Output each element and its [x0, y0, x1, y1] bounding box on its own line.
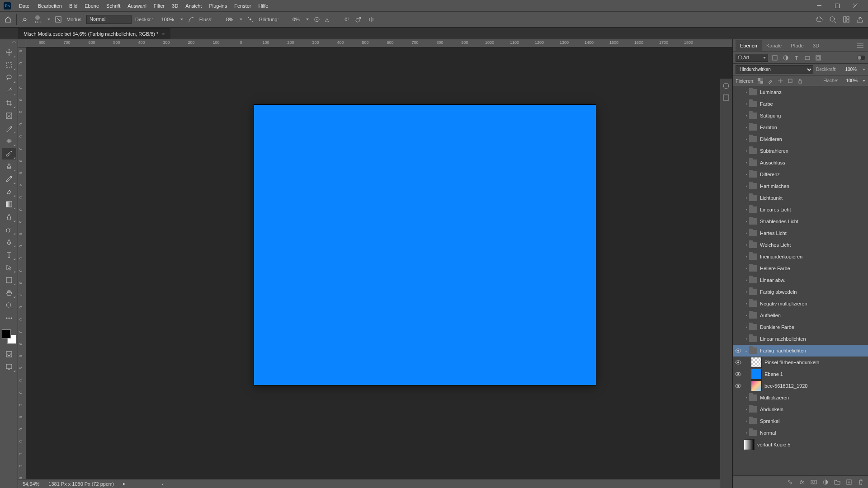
menu-schrift[interactable]: Schrift: [103, 2, 124, 10]
more-tools[interactable]: [2, 312, 16, 324]
layer-group[interactable]: ›Farbton: [733, 122, 868, 133]
ruler-vertical[interactable]: 0010020030040050060070080090010001100: [18, 47, 26, 479]
artboard[interactable]: [254, 105, 596, 385]
panel-tab-3d[interactable]: 3D: [808, 40, 824, 51]
menu-bearbeiten[interactable]: Bearbeiten: [34, 2, 66, 10]
pen-tool[interactable]: [2, 236, 16, 248]
chevron-right-icon[interactable]: ›: [744, 431, 749, 435]
chevron-right-icon[interactable]: ›: [744, 207, 749, 212]
layer-group[interactable]: ›Multiplizieren: [733, 392, 868, 404]
layer-group[interactable]: ›Dividieren: [733, 133, 868, 145]
canvas-area[interactable]: 9008007006005004003002001000100200300400…: [18, 39, 732, 488]
chevron-right-icon[interactable]: ›: [744, 254, 749, 259]
shape-tool[interactable]: [2, 274, 16, 286]
menu-datei[interactable]: Datei: [15, 2, 34, 10]
airbrush-icon[interactable]: [246, 15, 255, 24]
brush-tool[interactable]: [2, 148, 16, 160]
ruler-origin[interactable]: [18, 39, 26, 47]
layer-name[interactable]: Pinsel färben+abdunkeln: [764, 360, 819, 365]
layer-group[interactable]: ›Subtrahieren: [733, 145, 868, 157]
layer-item[interactable]: bee-5618012_1920: [733, 380, 868, 392]
chevron-right-icon[interactable]: ›: [744, 125, 749, 130]
move-tool[interactable]: [2, 47, 16, 58]
layer-name[interactable]: bee-5618012_1920: [764, 383, 807, 389]
flow-input[interactable]: [216, 17, 234, 22]
layer-name[interactable]: Sprenkel: [760, 418, 779, 424]
lock-position-icon[interactable]: [776, 77, 784, 85]
menu-fenster[interactable]: Fenster: [231, 2, 255, 10]
smoothing-options-icon[interactable]: [312, 15, 321, 24]
lock-transparency-icon[interactable]: [756, 77, 764, 85]
dock-color-icon[interactable]: [722, 81, 731, 90]
layer-name[interactable]: Sättigung: [760, 113, 781, 118]
close-button[interactable]: [846, 0, 864, 11]
ruler-horizontal[interactable]: 9008007006005004003002001000100200300400…: [26, 39, 732, 47]
layer-list[interactable]: ›Luminanz›Farbe›Sättigung›Farbton›Dividi…: [733, 86, 868, 475]
chevron-right-icon[interactable]: ›: [744, 266, 749, 271]
eyedropper-tool[interactable]: [2, 122, 16, 134]
layer-group[interactable]: ›Ausschluss: [733, 157, 868, 169]
layer-group[interactable]: ›Strahlendes Licht: [733, 216, 868, 227]
layer-thumbnail[interactable]: [744, 439, 755, 450]
visibility-toggle[interactable]: [733, 360, 744, 365]
status-chevron-icon[interactable]: ▸: [123, 481, 126, 487]
chevron-right-icon[interactable]: ›: [744, 231, 749, 235]
zoom-level[interactable]: 54,64%: [23, 481, 39, 487]
menu-3d[interactable]: 3D: [168, 2, 182, 10]
smoothing-input[interactable]: [283, 17, 301, 22]
layer-name[interactable]: Luminanz: [760, 89, 782, 95]
layer-name[interactable]: verlauf Kopie 5: [757, 442, 790, 447]
blur-tool[interactable]: [2, 211, 16, 223]
visibility-toggle[interactable]: [733, 348, 744, 353]
layer-thumbnail[interactable]: [751, 380, 762, 391]
panel-tab-ebenen[interactable]: Ebenen: [736, 40, 762, 51]
layer-group[interactable]: ›Differenz: [733, 169, 868, 180]
layer-name[interactable]: Farbton: [760, 125, 777, 130]
wand-tool[interactable]: [2, 84, 16, 96]
layer-name[interactable]: Ausschluss: [760, 160, 785, 165]
pressure-opacity-icon[interactable]: [187, 15, 196, 24]
filter-type-icon[interactable]: T: [793, 54, 801, 62]
layer-name[interactable]: Dunklere Farbe: [760, 324, 794, 330]
lock-all-icon[interactable]: [796, 77, 804, 85]
path-select-tool[interactable]: [2, 262, 16, 273]
chevron-right-icon[interactable]: ›: [744, 290, 749, 294]
layer-group[interactable]: ›Linear abw.: [733, 274, 868, 286]
blend-mode-select[interactable]: Normal: [86, 15, 132, 24]
fill-input[interactable]: [840, 78, 859, 84]
layer-name[interactable]: Strahlendes Licht: [760, 219, 798, 224]
layer-name[interactable]: Dividieren: [760, 136, 782, 142]
minimize-button[interactable]: [810, 0, 828, 11]
healing-tool[interactable]: [2, 135, 16, 147]
layer-group[interactable]: ›Hellere Farbe: [733, 263, 868, 274]
layer-name[interactable]: Lichtpunkt: [760, 195, 783, 201]
chevron-right-icon[interactable]: ›: [744, 219, 749, 224]
doc-info[interactable]: 1381 Px x 1080 Px (72 ppcm): [48, 481, 114, 487]
filter-pixel-icon[interactable]: [771, 54, 779, 62]
panel-tab-pfade[interactable]: Pfade: [786, 40, 808, 51]
dock-properties-icon[interactable]: [722, 93, 731, 102]
menu-auswahl[interactable]: Auswahl: [124, 2, 150, 10]
layer-group[interactable]: ›Sprenkel: [733, 415, 868, 427]
layer-group[interactable]: ›Dunklere Farbe: [733, 321, 868, 333]
new-layer-icon[interactable]: [844, 478, 854, 487]
layer-name[interactable]: Farbig nachbelichten: [760, 348, 806, 353]
menu-ebene[interactable]: Ebene: [81, 2, 103, 10]
layer-name[interactable]: Hart mischen: [760, 183, 789, 189]
gradient-tool[interactable]: [2, 198, 16, 210]
share-icon[interactable]: [855, 15, 864, 24]
document-tab[interactable]: Misch Modis.psdc bei 54,6% (Farbig nachb…: [18, 28, 170, 39]
angle-input[interactable]: [332, 17, 350, 22]
link-layers-icon[interactable]: [786, 478, 795, 487]
layer-group[interactable]: ›Farbe: [733, 98, 868, 110]
brush-panel-toggle-icon[interactable]: [54, 15, 63, 24]
layer-name[interactable]: Lineares Licht: [760, 207, 791, 212]
chevron-right-icon[interactable]: ›: [744, 419, 749, 423]
chevron-right-icon[interactable]: ›: [744, 172, 749, 177]
color-swatches[interactable]: [2, 329, 16, 344]
chevron-down-icon[interactable]: [863, 69, 865, 70]
chevron-right-icon[interactable]: ›: [744, 160, 749, 165]
status-nav-left-icon[interactable]: ‹: [162, 481, 164, 487]
layer-group[interactable]: ›Lichtpunkt: [733, 192, 868, 204]
chevron-right-icon[interactable]: ›: [744, 337, 749, 341]
